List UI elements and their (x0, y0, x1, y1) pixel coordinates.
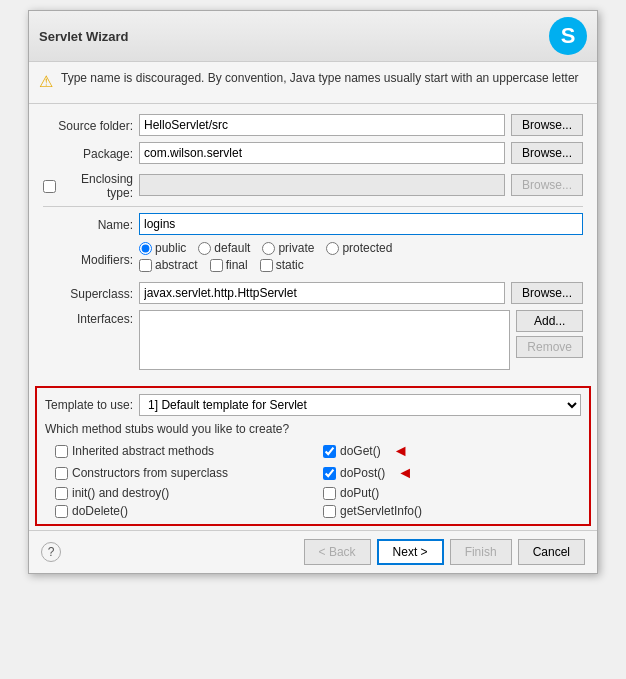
title-text: Servlet Wizard (39, 29, 128, 44)
modifier-default-option[interactable]: default (198, 241, 250, 255)
modifiers-label: Modifiers: (43, 251, 133, 267)
modifier-final-option[interactable]: final (210, 258, 248, 272)
nav-buttons: < Back Next > Finish Cancel (304, 539, 585, 565)
modifiers-row: Modifiers: public default private (43, 241, 583, 276)
package-input[interactable] (139, 142, 505, 164)
interfaces-textarea[interactable] (139, 310, 510, 370)
help-button[interactable]: ? (41, 542, 61, 562)
modifier-private-option[interactable]: private (262, 241, 314, 255)
source-folder-label: Source folder: (43, 117, 133, 133)
modifier-abstract-checkbox[interactable] (139, 259, 152, 272)
enclosing-type-row: Enclosing type: Browse... (43, 170, 583, 200)
add-remove-col: Add... Remove (516, 310, 583, 358)
package-label: Package: (43, 145, 133, 161)
modifiers-row1: public default private protected (139, 241, 392, 255)
template-label: Template to use: (45, 398, 133, 412)
stub-constructors[interactable]: Constructors from superclass (55, 464, 313, 482)
interfaces-label: Interfaces: (43, 310, 133, 326)
stub-doget-checkbox[interactable] (323, 445, 336, 458)
modifiers-row2: abstract final static (139, 258, 392, 272)
stub-dodelete[interactable]: doDelete() (55, 504, 313, 518)
doget-arrow-icon: ◄ (393, 442, 409, 460)
stub-dopost-checkbox[interactable] (323, 467, 336, 480)
superclass-label: Superclass: (43, 285, 133, 301)
stubs-question: Which method stubs would you like to cre… (45, 422, 581, 436)
template-select[interactable]: 1] Default template for Servlet (139, 394, 581, 416)
source-folder-input[interactable] (139, 114, 505, 136)
enclosing-type-input[interactable] (139, 174, 505, 196)
modifier-protected-radio[interactable] (326, 242, 339, 255)
title-bar: Servlet Wizard S (29, 11, 597, 62)
source-folder-row: Source folder: Browse... (43, 114, 583, 136)
modifier-protected-option[interactable]: protected (326, 241, 392, 255)
title-bar-left: Servlet Wizard (39, 29, 128, 44)
remove-interface-button[interactable]: Remove (516, 336, 583, 358)
name-label: Name: (43, 216, 133, 232)
warning-icon: ⚠ (39, 72, 53, 91)
enclosing-type-checkbox[interactable] (43, 180, 56, 193)
source-folder-browse-button[interactable]: Browse... (511, 114, 583, 136)
template-section: Template to use: 1] Default template for… (35, 386, 591, 526)
package-browse-button[interactable]: Browse... (511, 142, 583, 164)
stub-init-destroy[interactable]: init() and destroy() (55, 486, 313, 500)
bottom-bar: ? < Back Next > Finish Cancel (29, 530, 597, 573)
next-button[interactable]: Next > (377, 539, 444, 565)
superclass-input[interactable] (139, 282, 505, 304)
modifier-final-checkbox[interactable] (210, 259, 223, 272)
dopost-arrow-icon: ◄ (397, 464, 413, 482)
finish-button[interactable]: Finish (450, 539, 512, 565)
modifier-private-radio[interactable] (262, 242, 275, 255)
stub-dopost[interactable]: doPost() ◄ (323, 464, 581, 482)
stub-inherited-abstract[interactable]: Inherited abstract methods (55, 442, 313, 460)
stub-doput[interactable]: doPut() (323, 486, 581, 500)
interfaces-row: Interfaces: Add... Remove (43, 310, 583, 370)
enclosing-type-browse-button[interactable]: Browse... (511, 174, 583, 196)
modifier-static-option[interactable]: static (260, 258, 304, 272)
stub-constructors-checkbox[interactable] (55, 467, 68, 480)
package-row: Package: Browse... (43, 142, 583, 164)
template-row: Template to use: 1] Default template for… (45, 394, 581, 416)
modifier-default-radio[interactable] (198, 242, 211, 255)
back-button[interactable]: < Back (304, 539, 371, 565)
servlet-wizard-dialog: Servlet Wizard S ⚠ Type name is discoura… (28, 10, 598, 574)
stub-doget[interactable]: doGet() ◄ (323, 442, 581, 460)
name-input[interactable] (139, 213, 583, 235)
stub-init-destroy-checkbox[interactable] (55, 487, 68, 500)
warning-area: ⚠ Type name is discouraged. By conventio… (29, 62, 597, 99)
stub-getservletinfo-checkbox[interactable] (323, 505, 336, 518)
stub-inherited-abstract-checkbox[interactable] (55, 445, 68, 458)
stub-getservletinfo[interactable]: getServletInfo() (323, 504, 581, 518)
form-body: Source folder: Browse... Package: Browse… (29, 108, 597, 382)
modifier-public-option[interactable]: public (139, 241, 186, 255)
name-row: Name: (43, 213, 583, 235)
skype-icon: S (549, 17, 587, 55)
superclass-browse-button[interactable]: Browse... (511, 282, 583, 304)
stubs-grid: Inherited abstract methods doGet() ◄ Con… (45, 442, 581, 518)
modifiers-options: public default private protected (139, 241, 392, 276)
enclosing-type-label: Enclosing type: (43, 170, 133, 200)
warning-text: Type name is discouraged. By convention,… (61, 70, 579, 87)
superclass-row: Superclass: Browse... (43, 282, 583, 304)
modifier-public-radio[interactable] (139, 242, 152, 255)
add-interface-button[interactable]: Add... (516, 310, 583, 332)
modifier-abstract-option[interactable]: abstract (139, 258, 198, 272)
stub-doput-checkbox[interactable] (323, 487, 336, 500)
cancel-button[interactable]: Cancel (518, 539, 585, 565)
modifier-static-checkbox[interactable] (260, 259, 273, 272)
stub-dodelete-checkbox[interactable] (55, 505, 68, 518)
